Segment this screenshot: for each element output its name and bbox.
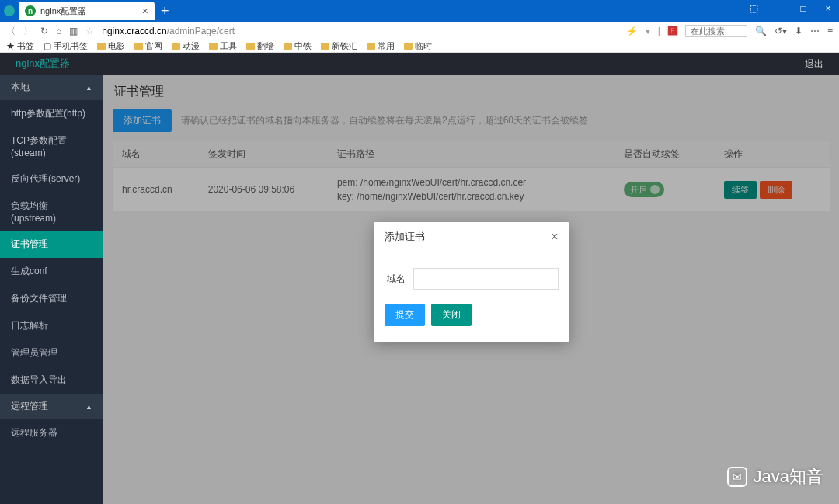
back-icon[interactable]: 〈 <box>6 25 16 38</box>
star-icon[interactable]: ☆ <box>85 26 94 36</box>
logout-link[interactable]: 退出 <box>805 57 823 71</box>
submit-button[interactable]: 提交 <box>385 304 425 326</box>
caret-up-icon: ▲ <box>85 84 92 92</box>
pin-icon[interactable]: ⬚ <box>746 3 761 14</box>
sidebar-group-remote[interactable]: 远程管理▲ <box>0 394 103 419</box>
bookmark-item[interactable]: 新铁汇 <box>321 40 357 52</box>
sidebar-item-upstream[interactable]: 负载均衡(upstream) <box>0 193 103 231</box>
bookmark-bar: ★ 书签 ▢ 手机书签 电影 官网 动漫 工具 翻墙 中铁 新铁汇 常用 临时 <box>0 40 839 53</box>
bookmark-item[interactable]: 临时 <box>404 40 432 52</box>
search-icon[interactable]: 🔍 <box>755 26 767 36</box>
sidebar-item-conf[interactable]: 生成conf <box>0 258 103 285</box>
add-cert-dialog: 添加证书 × 域名 提交 关闭 <box>374 222 569 342</box>
close-icon[interactable]: × <box>551 230 558 244</box>
baidu-icon[interactable]: 🅱 <box>668 26 677 36</box>
wechat-icon: ✉ <box>727 467 747 487</box>
sidebar-item-data[interactable]: 数据导入导出 <box>0 367 103 394</box>
flash-icon[interactable]: ⚡ <box>626 26 638 36</box>
bookmark-item[interactable]: 中铁 <box>284 40 312 52</box>
bookmark-item[interactable]: 电影 <box>97 40 125 52</box>
menu-icon[interactable]: ≡ <box>827 26 833 36</box>
minimize-icon[interactable]: — <box>771 3 786 14</box>
sidebar-item-log[interactable]: 日志解析 <box>0 312 103 339</box>
bookmark-item[interactable]: 工具 <box>209 40 237 52</box>
home-icon[interactable]: ⌂ <box>56 26 61 36</box>
app-title: nginx配置器 <box>16 57 70 71</box>
sidebar-item-cert[interactable]: 证书管理 <box>0 231 103 258</box>
forward-icon[interactable]: 〉 <box>23 25 33 38</box>
app-header: nginx配置器 退出 <box>0 53 839 75</box>
close-window-icon[interactable]: × <box>820 3 836 14</box>
sidebar-item-remote-server[interactable]: 远程服务器 <box>0 419 103 447</box>
tab-title: nginx配置器 <box>40 5 138 17</box>
address-bar[interactable]: nginx.craccd.cn/adminPage/cert <box>102 26 618 36</box>
domain-label: 域名 <box>385 273 406 286</box>
sidebar-item-backup[interactable]: 备份文件管理 <box>0 285 103 312</box>
bookmarks-label: ★ 书签 <box>6 40 34 52</box>
sidebar-group-local[interactable]: 本地▲ <box>0 75 103 100</box>
tab-favicon: n <box>25 5 36 16</box>
modal-overlay[interactable]: 添加证书 × 域名 提交 关闭 <box>103 75 839 504</box>
download-icon[interactable]: ⬇ <box>795 26 802 36</box>
domain-input[interactable] <box>413 268 559 290</box>
new-tab-button[interactable]: + <box>161 3 169 19</box>
sidebar-item-http[interactable]: http参数配置(http) <box>0 100 103 127</box>
bookmark-item[interactable]: ▢ 手机书签 <box>44 40 88 52</box>
sidebar: 本地▲ http参数配置(http) TCP参数配置(stream) 反向代理(… <box>0 75 103 504</box>
bookmark-item[interactable]: 常用 <box>367 40 395 52</box>
bookmark-item[interactable]: 动漫 <box>172 40 200 52</box>
tab-close-icon[interactable]: × <box>142 5 148 17</box>
bookmark-item[interactable]: 官网 <box>134 40 162 52</box>
close-button[interactable]: 关闭 <box>431 304 472 326</box>
sidebar-item-admin[interactable]: 管理员管理 <box>0 339 103 367</box>
bookmark-item[interactable]: 翻墙 <box>246 40 274 52</box>
shield-icon[interactable]: ▾ <box>646 26 650 36</box>
panel-icon[interactable]: ▥ <box>69 26 78 36</box>
reload-icon[interactable]: ↻ <box>40 26 48 36</box>
caret-up-icon: ▲ <box>85 403 92 411</box>
history-icon[interactable]: ↺▾ <box>775 26 787 36</box>
sidebar-item-server[interactable]: 反向代理(server) <box>0 165 103 193</box>
watermark: ✉ Java知音 <box>727 465 823 488</box>
browser-tab[interactable]: n nginx配置器 × <box>19 2 155 20</box>
main-content: 证书管理 添加证书 请确认已经把证书的域名指向本服务器，自动续签将在每天凌晨2点… <box>103 75 839 504</box>
dialog-title: 添加证书 <box>385 230 425 244</box>
svg-point-0 <box>4 5 15 16</box>
sidebar-item-tcp[interactable]: TCP参数配置(stream) <box>0 127 103 165</box>
more-icon[interactable]: ⋯ <box>810 26 820 36</box>
maximize-icon[interactable]: □ <box>795 3 811 14</box>
search-input[interactable] <box>685 25 747 37</box>
